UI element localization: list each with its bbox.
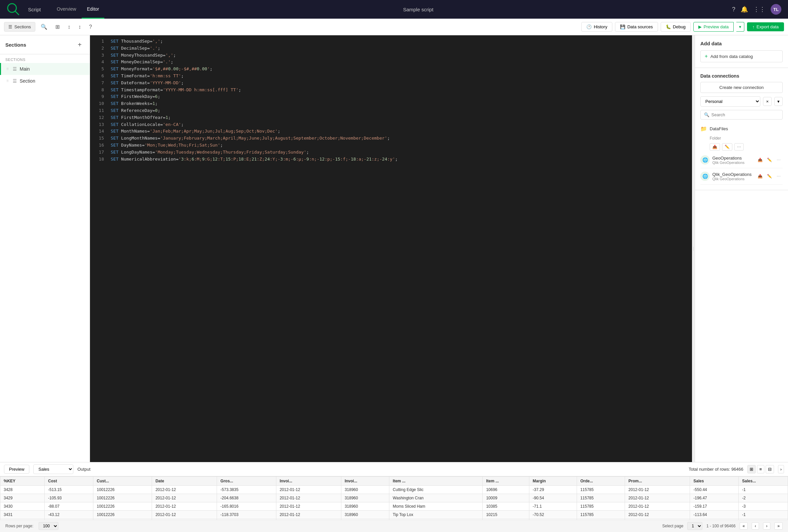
list-view-button[interactable]: ≡ xyxy=(757,465,764,473)
search-button[interactable]: 🔍 xyxy=(38,22,50,32)
status-bar: Rows per page: 100 Select page 1 1 - 100… xyxy=(0,520,788,532)
help-info-button[interactable]: ? xyxy=(86,22,95,32)
table-row: 3429-105.93100122262012-01-12-204.663820… xyxy=(0,494,788,503)
section-select[interactable]: Sales xyxy=(33,464,73,474)
table-row: 3430-88.07100122262012-01-12-165.8016201… xyxy=(0,503,788,511)
sidebar-section-label: Sections xyxy=(0,54,90,63)
sidebar-item-main-label: Main xyxy=(20,66,77,71)
folder-action-3[interactable]: ⋯ xyxy=(734,143,744,150)
table-cell: -159.17 xyxy=(690,503,739,511)
connection-filter-select[interactable]: Personal xyxy=(700,96,760,107)
data-table-wrapper[interactable]: %KEYCostCust...DateGros...Invoi...Invoi.… xyxy=(0,476,788,520)
table-header-cell: Sales... xyxy=(739,477,788,486)
sidebar-item-section[interactable]: ⠿ ☰ Section 🗑 xyxy=(0,75,90,87)
apps-button[interactable]: ⋮⋮ xyxy=(753,6,765,13)
page-range: 1 - 100 of 96466 xyxy=(706,524,735,528)
filter-dropdown-button[interactable]: ▾ xyxy=(774,97,783,106)
add-section-button[interactable]: + xyxy=(75,40,84,49)
data-sources-label: Data sources xyxy=(627,24,653,29)
last-page-button[interactable]: » xyxy=(774,522,783,530)
table-cell: 115785 xyxy=(577,503,625,511)
bottom-panel: Preview Sales Output Total number of row… xyxy=(0,462,788,532)
filter-clear-button[interactable]: × xyxy=(763,97,772,106)
drag-handle-section: ⠿ xyxy=(6,79,9,83)
table-cell: 115785 xyxy=(577,486,625,494)
first-page-button[interactable]: « xyxy=(740,522,748,530)
preview-dropdown-button[interactable]: ▾ xyxy=(736,22,744,32)
connection-item-qlik-geo[interactable]: 🌐 Qlik_GeoOperations Qlik GeoOperations … xyxy=(700,168,783,185)
sidebar-header: Sections + xyxy=(0,35,90,54)
data-sources-button[interactable]: 💾 Data sources xyxy=(615,22,658,32)
nav-editor[interactable]: Editor xyxy=(82,0,105,19)
preview-data-button[interactable]: ▶ Preview data xyxy=(693,22,734,32)
script-label: Script xyxy=(28,7,41,12)
add-catalog-button[interactable]: + Add from data catalog xyxy=(700,50,783,62)
history-button[interactable]: 🕐 History xyxy=(581,22,612,32)
scroll-right-button[interactable]: › xyxy=(778,465,784,473)
table-cell: -113.64 xyxy=(690,511,739,519)
grid-view-button[interactable]: ⊞ xyxy=(747,465,756,473)
table-cell: -204.6638 xyxy=(217,494,276,503)
avatar[interactable]: TL xyxy=(771,4,781,15)
table-header-cell: Invoi... xyxy=(276,477,341,486)
compact-view-button[interactable]: ⊟ xyxy=(766,465,774,473)
select-all-button[interactable]: ⊞ xyxy=(53,22,62,32)
table-cell: 10012226 xyxy=(93,494,152,503)
collapse-button[interactable]: ↕ xyxy=(76,22,84,32)
folder-action-1[interactable]: 📤 xyxy=(710,143,720,150)
search-input[interactable] xyxy=(711,112,779,117)
prev-page-button[interactable]: ‹ xyxy=(752,522,759,530)
data-connections-title: Data connections xyxy=(700,73,783,79)
table-cell: 2012-01-12 xyxy=(625,503,690,511)
search-box: 🔍 xyxy=(700,110,783,120)
code-content[interactable]: SET ThousandSep=',';SET DecimalSep='.';S… xyxy=(107,35,692,462)
sections-toggle-button[interactable]: ☰ Sections xyxy=(4,22,35,32)
qlik-geo-sub: Qlik GeoOperations xyxy=(712,177,753,181)
table-cell: -70.52 xyxy=(529,511,577,519)
table-cell: 3431 xyxy=(0,511,45,519)
resize-handle[interactable]: │ xyxy=(692,35,695,462)
data-files-item[interactable]: 📁 DataFiles xyxy=(700,123,783,135)
export-data-button[interactable]: ↑ Export data xyxy=(747,22,784,31)
qlik-geo-action-1[interactable]: 📤 xyxy=(756,172,764,180)
nav-overview[interactable]: Overview xyxy=(51,0,81,19)
table-cell: -1 xyxy=(739,486,788,494)
add-catalog-icon: + xyxy=(705,53,708,59)
table-cell: 2012-01-12 xyxy=(625,511,690,519)
geo-name: GeoOperations xyxy=(712,156,753,161)
help-button[interactable]: ? xyxy=(732,6,735,13)
rows-per-page-select[interactable]: 100 xyxy=(39,522,58,530)
table-header-cell: Gros... xyxy=(217,477,276,486)
table-cell: -105.93 xyxy=(45,494,93,503)
nav-links: Overview Editor xyxy=(51,0,104,19)
geo-actions: 📤 ✏️ ⋯ xyxy=(756,156,783,164)
expand-button[interactable]: ↕ xyxy=(65,22,73,32)
svg-line-1 xyxy=(15,11,19,15)
data-connections-section: Data connections Create new connection P… xyxy=(695,68,788,190)
page-select[interactable]: 1 xyxy=(687,522,702,530)
geo-action-1[interactable]: 📤 xyxy=(756,156,764,164)
geo-action-2[interactable]: ✏️ xyxy=(765,156,773,164)
qlik-geo-action-3[interactable]: ⋯ xyxy=(775,172,783,180)
next-page-button[interactable]: › xyxy=(763,522,770,530)
geo-action-3[interactable]: ⋯ xyxy=(775,156,783,164)
table-cell: 2012-01-12 xyxy=(625,486,690,494)
table-header-cell: Margin xyxy=(529,477,577,486)
table-cell: 10012226 xyxy=(93,511,152,519)
top-right-actions: ? 🔔 ⋮⋮ TL xyxy=(732,4,781,15)
table-cell: 2012-01-12 xyxy=(625,494,690,503)
debug-button[interactable]: 🐛 Debug xyxy=(661,22,691,32)
table-cell: -3 xyxy=(739,503,788,511)
preview-section-button[interactable]: Preview xyxy=(4,465,29,474)
qlik-geo-action-2[interactable]: ✏️ xyxy=(765,172,773,180)
table-cell: 3429 xyxy=(0,494,45,503)
create-connection-button[interactable]: Create new connection xyxy=(700,82,783,93)
notifications-button[interactable]: 🔔 xyxy=(741,6,748,13)
table-cell: 318960 xyxy=(341,494,389,503)
table-cell: -196.47 xyxy=(690,494,739,503)
connection-item-geo[interactable]: 🌐 GeoOperations Qlik GeoOperations 📤 ✏️ … xyxy=(700,152,783,168)
sidebar-item-main[interactable]: ⠿ ☰ Main 🗑 xyxy=(0,63,90,75)
folder-action-2[interactable]: ✏️ xyxy=(722,143,732,150)
table-header-cell: Prom... xyxy=(625,477,690,486)
connection-filter: Personal × ▾ xyxy=(700,96,783,107)
